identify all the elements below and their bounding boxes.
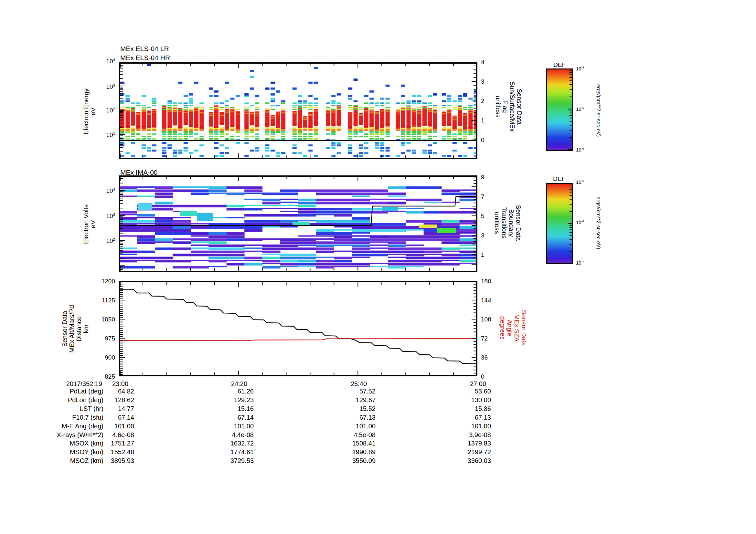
els-colorbar-canvas (546, 68, 573, 151)
els-right-tick-label: 3 (481, 79, 484, 85)
table-cell-value: 1774.61 (230, 449, 254, 455)
els-left-axis-label-line: eV (90, 89, 97, 134)
line-left-axis-label-line: Distance (75, 305, 82, 353)
table-cell-value: 67.14 (118, 414, 134, 420)
table-row-label: X-rays (W/m**2) (57, 432, 103, 438)
ima-panel-title: MEx IMA-00 (120, 169, 158, 176)
els-right-tick-label: 0 (481, 137, 484, 143)
table-cell-value: 4.6e-08 (112, 432, 134, 438)
line-right-axis-label-line: Angle (506, 310, 513, 346)
table-row-label: MSOX (km) (70, 440, 103, 446)
line-right-tick-label: 72 (481, 335, 488, 342)
table-cell-value: 3550.09 (352, 457, 376, 464)
line-right-tick-label: 180 (481, 278, 491, 284)
table-row-label: M-E Ang (deg) (62, 423, 103, 429)
table-cell-value: 129.23 (234, 397, 254, 403)
ima-left-axis-label-line: Electron Volts (82, 205, 90, 244)
mex-orbit-summary-plot: MEx ELS-04 LR MEx ELS-04 HR MEx IMA-00 D… (0, 0, 756, 534)
table-cell-value: 4.5e-08 (354, 432, 376, 438)
line-left-axis-label-line: km (82, 305, 90, 353)
table-cell-value: 101.00 (114, 423, 134, 429)
table-cell-value: 67.13 (475, 414, 491, 420)
els-colorbar-tick-label: 10-4 (576, 66, 584, 71)
table-cell-value: 67.14 (237, 414, 254, 420)
ima-colorbar-tick-label: 10-5 (576, 180, 584, 185)
els-left-tick-label: 102 (106, 107, 115, 114)
table-row-label: F10.7 (sfu) (72, 414, 103, 420)
table-cell-value: 64.82 (118, 388, 134, 394)
table-cell-value: 101.00 (471, 423, 491, 429)
table-cell-value: 101.00 (356, 423, 376, 429)
table-row-label: MSOY (km) (70, 449, 103, 455)
table-cell-value: 15.16 (237, 405, 254, 412)
els-right-axis-label-line: Sensor Data (516, 81, 523, 132)
table-cell-value: 15.52 (360, 405, 376, 412)
table-cell-value: 129.67 (356, 397, 376, 403)
line-left-axis-label: Sensor DataMEx Alt/Mars/PdDistancekm (61, 305, 90, 353)
table-cell-value: 53.60 (475, 388, 491, 394)
ima-colorbar-canvas (546, 183, 573, 264)
table-row-label: PdLon (deg) (68, 397, 103, 403)
ima-right-axis-label-line: Sensor Data (515, 205, 522, 241)
els-colorbar-unit-label: ergs/(cm**2-sr-sec-eV) (596, 84, 601, 137)
ima-left-tick-label: 104 (106, 187, 115, 194)
line-right-axis-label-line: Sensor Data (520, 310, 527, 346)
els-left-axis-label: Electron EnergyeV (82, 89, 97, 134)
table-row-label: LST (hr) (80, 405, 103, 412)
els-left-tick-label: 103 (106, 83, 115, 90)
table-cell-value: 1379.83 (468, 440, 491, 446)
els-spectrogram-canvas (119, 62, 477, 159)
line-right-tick-label: 0 (481, 373, 484, 380)
els-panel-title-hr: MEx ELS-04 HR (120, 54, 170, 61)
line-right-axis-label-line: MEx SZA (513, 310, 520, 346)
line-right-tick-label: 108 (481, 316, 491, 322)
table-cell-value: 15.86 (475, 405, 491, 412)
ima-left-axis-label: Electron VoltseV (82, 205, 97, 244)
table-cell-value: 3729.53 (230, 457, 254, 464)
ima-right-tick-label: 5 (481, 213, 484, 219)
ima-right-tick-label: 9 (481, 174, 484, 180)
ima-colorbar-title: DEF (553, 176, 565, 182)
time-tick-label: 25:40 (351, 381, 367, 387)
line-left-tick-label: 1125 (102, 297, 115, 303)
line-right-axis-label: Sensor DataMEx SZAAngledegrees (499, 310, 527, 346)
line-right-tick-label: 144 (481, 297, 491, 303)
ima-left-tick-label: 103 (106, 213, 115, 219)
table-cell-value: 3.9e-08 (469, 432, 491, 438)
time-tick-label: 24:20 (231, 381, 247, 387)
els-right-tick-label: 2 (481, 98, 484, 104)
els-colorbar-tick-label: 10-6 (576, 147, 584, 152)
line-left-tick-label: 1050 (101, 316, 115, 322)
ima-right-axis-label-line: Transitions (501, 205, 508, 241)
ima-colorbar-unit-label: ergs/(cm**2-sr-sec-eV) (596, 197, 601, 249)
line-left-tick-label: 825 (105, 373, 115, 380)
line-left-axis-label-line: Sensor Data (61, 305, 68, 353)
els-right-tick-label: 4 (481, 59, 484, 65)
ima-right-axis-label-line: Boundary (508, 205, 515, 241)
date-label: 2017/352:19 (66, 381, 102, 387)
els-panel-title-lr: MEx ELS-04 LR (120, 45, 169, 52)
ima-colorbar-tick-label: 10-6 (576, 220, 584, 225)
ima-right-axis-label: Sensor DataBoundaryTransitionsunitless (494, 205, 522, 241)
table-cell-value: 130.00 (471, 397, 491, 403)
table-cell-value: 67.13 (360, 414, 376, 420)
line-left-tick-label: 1200 (101, 278, 115, 284)
time-tick-label: 27:00 (470, 381, 486, 387)
els-left-axis-label-line: Electron Energy (82, 89, 90, 134)
els-left-tick-label: 104 (106, 58, 115, 64)
els-right-tick-label: 1 (481, 117, 484, 123)
ima-right-tick-label: 3 (481, 232, 484, 239)
els-colorbar-tick-label: 10-5 (576, 107, 584, 112)
altitude-sza-line-canvas (119, 281, 477, 376)
table-cell-value: 1990.89 (352, 449, 376, 455)
table-cell-value: 1508.41 (352, 440, 376, 446)
els-left-tick-label: 101 (106, 132, 115, 138)
table-cell-value: 4.4e-08 (232, 432, 254, 438)
els-colorbar-title: DEF (554, 62, 566, 68)
line-right-tick-label: 36 (481, 354, 488, 361)
line-right-axis-label-line: degrees (499, 310, 506, 346)
table-cell-value: 57.52 (360, 388, 376, 394)
table-cell-value: 3360.03 (468, 457, 491, 464)
table-cell-value: 128.62 (114, 397, 134, 403)
table-cell-value: 1552.48 (111, 449, 134, 455)
